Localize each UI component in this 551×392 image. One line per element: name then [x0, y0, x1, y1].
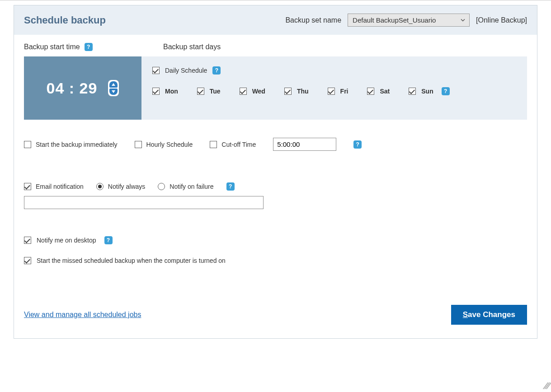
missed-backup-row: Start the missed scheduled backup when t… — [24, 257, 527, 264]
time-picker: 04 : 29 — [24, 56, 141, 120]
help-icon[interactable]: ? — [442, 87, 450, 95]
notify-always-radio[interactable] — [96, 183, 104, 190]
header-right: Backup set name Default BackupSet_Usuari… — [285, 14, 527, 27]
hourly-schedule-checkbox[interactable] — [135, 141, 142, 148]
daily-schedule-checkbox[interactable] — [152, 67, 160, 74]
day-label: Wed — [252, 88, 265, 95]
options-row: Start the backup immediately Hourly Sche… — [24, 138, 527, 151]
missed-backup-checkbox[interactable] — [24, 257, 31, 264]
help-icon[interactable]: ? — [353, 140, 362, 149]
chevron-down-icon — [460, 16, 466, 24]
notify-always-label: Notify always — [108, 183, 145, 190]
start-days-legend: Backup start days — [163, 43, 221, 51]
time-increase-button[interactable] — [109, 81, 118, 88]
day-thu-checkbox[interactable] — [284, 88, 292, 95]
save-changes-button[interactable]: Save Changes — [451, 305, 527, 325]
backup-set-select[interactable]: Default BackupSet_Usuario — [348, 14, 470, 27]
day-tue-checkbox[interactable] — [197, 88, 204, 95]
missed-backup-label: Start the missed scheduled backup when t… — [37, 257, 226, 264]
email-notification-label: Email notification — [36, 183, 84, 190]
day-label: Sat — [380, 88, 390, 95]
help-icon[interactable]: ? — [104, 236, 113, 244]
backup-set-name-label: Backup set name — [285, 16, 341, 24]
day-wed-checkbox[interactable] — [240, 88, 247, 95]
days-list: Mon Tue Wed Thu Fri Sat Sun? — [152, 87, 516, 95]
cutoff-time-checkbox[interactable] — [210, 141, 217, 148]
email-section: Email notification Notify always Notify … — [24, 182, 527, 209]
desktop-notify-label: Notify me on desktop — [37, 237, 96, 244]
day-sat-checkbox[interactable] — [367, 88, 374, 95]
desktop-notify-checkbox[interactable] — [24, 237, 31, 244]
time-decrease-button[interactable] — [109, 89, 118, 95]
cutoff-time-label: Cut-off Time — [221, 141, 256, 148]
panel-header: Schedule backup Backup set name Default … — [14, 5, 537, 35]
day-label: Fri — [340, 88, 348, 95]
hourly-schedule-label: Hourly Schedule — [146, 141, 193, 148]
daily-schedule-label: Daily Schedule — [165, 67, 207, 74]
day-sun-checkbox[interactable] — [409, 88, 416, 95]
notify-on-failure-radio[interactable] — [158, 183, 165, 190]
page-title: Schedule backup — [24, 14, 106, 26]
footer-row: View and manage all scheduled jobs Save … — [24, 305, 527, 325]
legend-row: Backup start time ? Backup start days — [24, 43, 527, 56]
cutoff-time-input[interactable] — [273, 138, 336, 151]
time-value[interactable]: 04 : 29 — [47, 79, 98, 97]
day-mon-checkbox[interactable] — [152, 88, 160, 95]
email-notification-checkbox[interactable] — [24, 183, 31, 190]
backup-set-selected-value: Default BackupSet_Usuario — [353, 16, 436, 24]
save-rest: ave Changes — [468, 310, 515, 319]
day-fri-checkbox[interactable] — [328, 88, 335, 95]
day-label: Mon — [165, 88, 178, 95]
start-immediately-checkbox[interactable] — [24, 141, 31, 148]
day-label: Sun — [421, 88, 433, 95]
days-box: Daily Schedule ? Mon Tue Wed Thu Fri Sat… — [141, 56, 527, 120]
time-spinner — [108, 80, 119, 96]
help-icon[interactable]: ? — [212, 66, 221, 75]
email-address-input[interactable] — [24, 196, 264, 209]
help-icon[interactable]: ? — [226, 182, 235, 191]
schedule-backup-panel: Schedule backup Backup set name Default … — [14, 5, 537, 339]
notify-on-failure-label: Notify on failure — [170, 183, 213, 190]
help-icon[interactable]: ? — [85, 43, 93, 51]
panel-body: Backup start time ? Backup start days 04… — [14, 35, 537, 338]
time-day-row: 04 : 29 Daily Schedule ? Mon — [24, 56, 527, 120]
manage-scheduled-jobs-link[interactable]: View and manage all scheduled jobs — [24, 311, 141, 319]
day-label: Thu — [297, 88, 309, 95]
day-label: Tue — [210, 88, 221, 95]
backup-mode-label: [Online Backup] — [476, 16, 527, 24]
start-time-legend: Backup start time — [24, 43, 80, 51]
desktop-notify-row: Notify me on desktop ? — [24, 236, 527, 244]
save-underline: S — [463, 310, 468, 319]
start-immediately-label: Start the backup immediately — [36, 141, 118, 148]
